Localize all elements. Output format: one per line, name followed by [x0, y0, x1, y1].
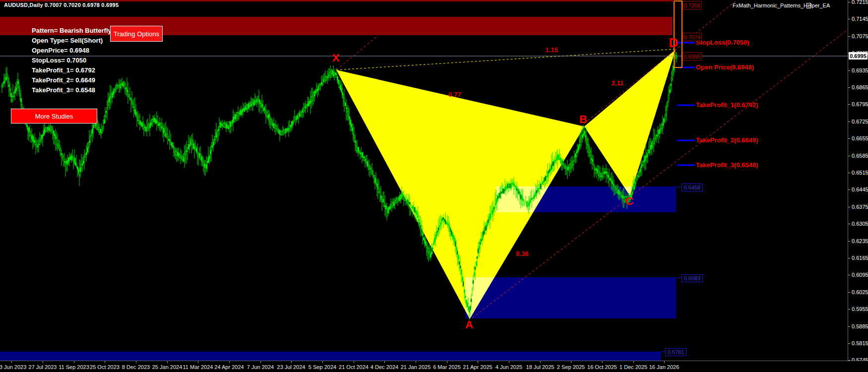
candle-body [133, 107, 134, 110]
price-tick-mark [848, 87, 850, 88]
candle-body [354, 136, 355, 139]
candle-body [574, 156, 575, 161]
candle-body [76, 164, 77, 166]
candle-body [373, 176, 374, 178]
candle-body [219, 126, 220, 130]
candle-body [381, 197, 382, 202]
candle-body [266, 112, 267, 118]
candle-body [465, 296, 466, 298]
candle-body [313, 92, 314, 98]
candle-body [563, 163, 564, 165]
date-tick-mark [633, 361, 634, 363]
candle-body [2, 83, 3, 86]
candle-body [58, 145, 59, 148]
candle-body [301, 111, 302, 113]
chart-canvas[interactable] [0, 0, 868, 372]
price-marker-box: 0.6995 [682, 52, 702, 61]
price-tick-mark [848, 173, 850, 173]
candle-body [138, 121, 139, 124]
candle-body [107, 108, 108, 110]
candle-body [176, 151, 177, 156]
pattern-point-c[interactable]: C [625, 195, 633, 208]
fib-ratio-label: 2.11 [612, 79, 624, 87]
candle-body [108, 101, 109, 106]
candle-body [671, 77, 672, 80]
price-tick-label: 0.5815 [852, 340, 868, 346]
candle-body [503, 188, 504, 193]
candle-body [7, 78, 8, 83]
candle-body [320, 84, 321, 85]
more-studies-button[interactable]: More Studies [11, 109, 97, 124]
trading-options-button[interactable]: Trading Options [110, 26, 163, 42]
date-tick-mark [509, 361, 509, 363]
candle-body [21, 104, 22, 109]
candle-body [60, 149, 61, 154]
level-label-openprice[interactable]: Open Price(0.6948) [696, 63, 754, 71]
candle-body [29, 132, 30, 136]
candle-body [170, 142, 171, 144]
date-tick-mark [478, 361, 478, 363]
candle-body [475, 267, 476, 270]
candle-body [402, 196, 403, 199]
date-tick-mark [167, 361, 168, 363]
candle-body [198, 153, 199, 157]
candle-body [593, 163, 594, 164]
price-marker-box: 0.7206 [682, 1, 702, 9]
price-tick-label: 0.6935 [852, 67, 868, 73]
candle-body [494, 207, 495, 209]
candle-body [79, 171, 80, 176]
time-axis[interactable]: 13 Jun 202327 Jul 202311 Sep 202325 Oct … [0, 361, 868, 372]
candle-body [319, 86, 320, 90]
price-tick-label: 0.6445 [852, 186, 868, 192]
info-take-profit-1: TakeProfit_1= 0.6792 [32, 66, 95, 74]
price-tick-mark [848, 292, 850, 293]
candle-body [566, 167, 567, 169]
date-tick-mark [229, 361, 230, 363]
candle-body [203, 162, 204, 165]
candle-body [463, 282, 464, 287]
price-tick-label: 0.5955 [852, 306, 868, 312]
candle-body [438, 227, 439, 230]
candle-body [4, 78, 5, 80]
candle-body [432, 248, 433, 249]
price-axis[interactable]: 0.72150.71450.70750.70050.69350.68650.67… [848, 0, 868, 372]
level-label-takeprofit_1[interactable]: TakeProfit_1(0.6792) [696, 101, 758, 109]
candle-body [249, 103, 250, 106]
candle-body [654, 139, 655, 141]
candle-body [275, 126, 276, 129]
pattern-point-b[interactable]: B [579, 113, 587, 126]
price-tick-mark [848, 275, 850, 275]
candle-body [392, 203, 393, 206]
price-tick-label: 0.6655 [852, 135, 868, 141]
fib-ratio-label: 1.15 [545, 46, 558, 54]
prz-zone [465, 277, 676, 318]
level-label-stoploss[interactable]: StopLoss(0.7050) [696, 39, 749, 46]
candle-body [281, 131, 282, 135]
level-label-takeprofit_3[interactable]: TakeProfit_3(0.6548) [696, 161, 758, 169]
candle-body [445, 220, 446, 224]
candle-body [344, 98, 345, 102]
level-label-takeprofit_2[interactable]: TakeProfit_2(0.6649) [696, 136, 758, 144]
candle-body [516, 188, 517, 191]
candle-body [378, 191, 379, 193]
candle-body [164, 132, 165, 135]
pattern-point-a[interactable]: A [465, 318, 473, 331]
zone-price-label: 0.6458 [682, 184, 703, 191]
candle-body [91, 131, 92, 135]
price-tick-mark [848, 156, 850, 156]
fib-ratio-label: 0.77 [448, 91, 461, 98]
candle-body [363, 156, 364, 158]
candle-body [459, 261, 460, 265]
candle-body [668, 95, 669, 100]
candle-body [429, 251, 430, 254]
candle-body [118, 85, 119, 86]
pattern-point-x[interactable]: X [332, 52, 340, 64]
pattern-point-d[interactable]: D [669, 35, 679, 51]
candle-body [457, 251, 458, 254]
candle-body [553, 161, 554, 166]
candle-body [609, 177, 610, 179]
candle-body [293, 121, 294, 123]
price-tick-label: 0.6375 [852, 204, 868, 210]
candle-body [131, 101, 132, 104]
candle-body [477, 257, 478, 259]
